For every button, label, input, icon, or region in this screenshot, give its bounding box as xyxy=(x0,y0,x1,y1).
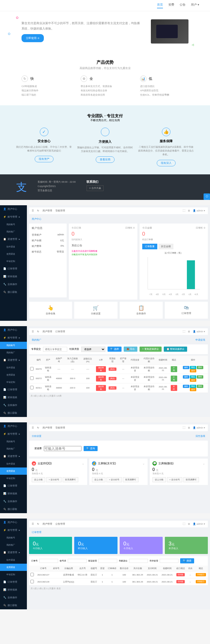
op-button[interactable]: 限延 xyxy=(190,375,196,379)
menu-icon[interactable]: ☰ xyxy=(32,330,34,333)
filter-input[interactable] xyxy=(129,559,148,563)
sidebar-subitem[interactable]: 我的推广 xyxy=(0,349,27,356)
row-checkbox[interactable] xyxy=(30,376,34,380)
refresh-icon[interactable]: ↻ xyxy=(37,209,39,212)
tab-order[interactable]: 订单管理 xyxy=(55,330,65,333)
op-button[interactable]: 详情提示 xyxy=(196,573,206,576)
apply-link[interactable]: 申请提现 xyxy=(195,338,205,342)
user-menu[interactable]: 👤 admin ▾ xyxy=(193,523,205,525)
row-checkbox[interactable] xyxy=(30,367,34,370)
sidebar-item[interactable]: 📄订单管理 xyxy=(0,482,27,490)
sidebar-subitem[interactable]: 申请定制 xyxy=(0,258,27,265)
sidebar-subitem[interactable]: 使用渠道 xyxy=(0,250,27,258)
sidebar-item[interactable]: 🔧业务操作 xyxy=(0,498,27,505)
row-checkbox[interactable] xyxy=(30,573,34,576)
sidebar-item[interactable]: 📄订单管理 xyxy=(0,265,27,273)
grid-icon[interactable]: ⊞ xyxy=(188,426,190,429)
sidebar-item[interactable]: 🔌接口获取 xyxy=(0,409,27,417)
team-card-button[interactable]: 现有资产 xyxy=(35,156,54,162)
sidebar-item[interactable]: 📄订单管理 xyxy=(0,386,27,394)
balance-button[interactable]: 联系调费可 xyxy=(183,477,199,482)
quick-item[interactable]: 📋 业务操作 xyxy=(120,302,163,319)
sidebar-subitem[interactable]: 我的账号 xyxy=(0,342,27,349)
filter-input[interactable] xyxy=(160,559,179,563)
sidebar-item[interactable]: 📊财务报表 xyxy=(0,586,27,594)
sidebar-item[interactable]: ⚡账号管理 ▸ xyxy=(0,334,27,342)
refresh-icon[interactable]: ↻ xyxy=(37,523,39,525)
balance-button[interactable]: 设立分数 xyxy=(152,477,166,482)
tab-user[interactable]: 用户管理 xyxy=(42,522,52,526)
quick-item[interactable]: 👆 业务收集 xyxy=(29,302,72,319)
sidebar-item[interactable]: 🔧业务操作 xyxy=(0,594,27,602)
menu-icon[interactable]: ☰ xyxy=(32,209,34,212)
balance-button[interactable]: 联系调费可 xyxy=(63,477,78,482)
tab-nav[interactable]: 导航管理 xyxy=(55,426,65,430)
sidebar-subitem[interactable]: 申请定制 xyxy=(0,571,27,578)
menu-icon[interactable]: ☰ xyxy=(32,523,34,525)
balance-button[interactable]: + 设分积号 xyxy=(167,477,182,482)
row-checkbox[interactable] xyxy=(30,386,34,389)
op-button[interactable]: 重置 xyxy=(190,388,196,391)
filter-input[interactable] xyxy=(39,559,58,563)
quick-item[interactable]: 🛒 分账设置 xyxy=(74,302,117,319)
user-menu[interactable]: 👤 admin ▾ xyxy=(193,426,205,429)
balance-button[interactable]: 设立分数 xyxy=(92,477,105,482)
sidebar-item[interactable]: 🔌接口获取 xyxy=(0,505,27,513)
chevron-down-icon[interactable]: ⌄ xyxy=(202,462,205,465)
refresh-icon[interactable]: ↻ xyxy=(37,426,39,429)
help-icon[interactable]: ⓘ xyxy=(204,193,210,200)
sidebar-subitem[interactable]: 使用渠道 xyxy=(0,467,27,475)
nav-notice[interactable]: 公告 xyxy=(180,3,186,8)
balance-button[interactable]: + 设分积号 xyxy=(46,477,62,482)
balance-button[interactable]: 联系调费可 xyxy=(123,477,138,482)
filter-input-submit[interactable] xyxy=(43,347,67,352)
sidebar-item[interactable]: 🔌接口获取 xyxy=(0,602,27,609)
user-menu[interactable]: 👤 admin ▾ xyxy=(193,209,205,212)
expand-icon[interactable]: ⛶ xyxy=(183,330,185,333)
tab-user[interactable]: 用户管理 xyxy=(42,426,52,430)
op-button[interactable]: 费率 xyxy=(197,385,203,388)
op-button[interactable]: 费率 xyxy=(197,366,203,369)
expand-icon[interactable]: ⛶ xyxy=(183,209,185,212)
op-button[interactable]: 编辑 xyxy=(183,375,189,379)
sidebar-item[interactable]: 📋渠道管理 ▸ xyxy=(0,235,27,243)
sidebar-subitem[interactable]: 我的账号 xyxy=(0,438,27,445)
expand-icon[interactable]: ⛶ xyxy=(183,523,185,525)
tab-order[interactable]: 公告管理 xyxy=(55,522,65,526)
sidebar-item[interactable]: 📋渠道管理 ▸ xyxy=(0,356,27,364)
expand-icon[interactable]: ⛶ xyxy=(183,426,185,429)
pager[interactable]: 共 1页 | 1条 | 页:1 | 共显示 条页 xyxy=(29,585,208,592)
sidebar-item[interactable]: 🔧业务操作 xyxy=(0,280,27,288)
sidebar-item[interactable]: 👤用户中心 xyxy=(0,422,27,430)
cta-button[interactable]: 立即使用 ⊙ xyxy=(22,34,44,42)
tab-nav[interactable]: 导航管理 xyxy=(55,209,65,213)
op-button[interactable]: 限延 xyxy=(190,385,196,388)
team-card-button[interactable]: 查看应商 xyxy=(96,156,115,163)
sidebar-subitem[interactable]: 我的推广 xyxy=(0,445,27,452)
sidebar-subitem[interactable]: 我的推广 xyxy=(0,228,27,235)
grid-icon[interactable]: ⊞ xyxy=(188,523,190,525)
nav-pricing[interactable]: 资费 xyxy=(168,3,174,8)
refresh-icon[interactable]: ↻ xyxy=(37,330,39,333)
sidebar-item[interactable]: 📋渠道管理 ▸ xyxy=(0,549,27,556)
user-menu[interactable]: 👤 admin ▾ xyxy=(193,330,205,333)
quick-item[interactable]: 🛍 订单管理 xyxy=(165,302,208,319)
sidebar-item[interactable]: 📋渠道管理 ▸ xyxy=(0,452,27,460)
op-button[interactable]: 编辑 xyxy=(183,366,189,369)
balance-button[interactable]: + 设分积号 xyxy=(106,477,122,482)
sidebar-item[interactable]: ⚡账号管理 ▸ xyxy=(0,526,27,534)
search-button[interactable]: 🔍 搜索 xyxy=(180,558,194,563)
tab-user[interactable]: 用户管理 xyxy=(42,209,52,213)
row-checkbox[interactable] xyxy=(30,580,34,583)
copy-button-1[interactable]: + 复制进展群众 xyxy=(140,347,162,352)
sidebar-item[interactable]: ⚡账号管理 ▸ xyxy=(0,213,27,221)
sidebar-item[interactable]: 📊财务报表 xyxy=(0,394,27,401)
op-button[interactable]: 重置 xyxy=(190,379,196,382)
sidebar-subitem[interactable]: 我的账号 xyxy=(0,221,27,228)
sidebar-item[interactable]: 👤用户中心 xyxy=(0,205,27,213)
nav-user[interactable]: 用户 ▾ xyxy=(191,3,199,8)
copy-button-2[interactable]: 📋 复制说服群众 xyxy=(164,347,187,352)
sidebar-item[interactable]: ⚡账号管理 ▸ xyxy=(0,430,27,438)
sidebar-subitem[interactable]: 软件渠道 xyxy=(0,243,27,250)
tab-user[interactable]: 用户管理 xyxy=(42,330,52,333)
